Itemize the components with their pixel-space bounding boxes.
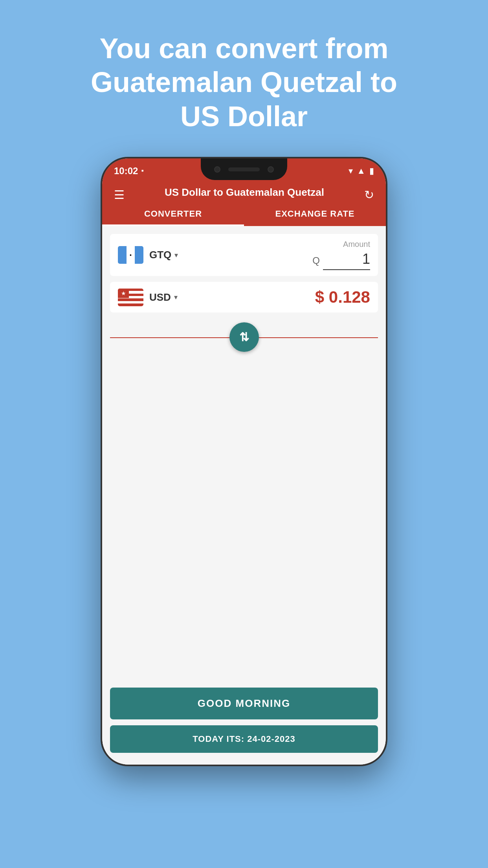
tab-bar: CONVERTER EXCHANGE RATE bbox=[102, 202, 386, 226]
speaker bbox=[228, 167, 260, 171]
header-title: US Dollar to Guatemalan Quetzal bbox=[125, 186, 364, 199]
amount-section: Amount Q 1 bbox=[312, 240, 370, 270]
time-label: 10:02 bbox=[114, 166, 138, 177]
usd-star: ★ bbox=[121, 290, 126, 296]
amount-label: Amount bbox=[343, 240, 370, 249]
gtq-right-stripe bbox=[135, 246, 143, 264]
phone-screen: 10:02 ▪ ▾ ▲ ▮ ☰ US Dollar to Guatemalan … bbox=[102, 158, 386, 765]
volume-down-button bbox=[386, 324, 387, 355]
status-icons: ▾ ▲ ▮ bbox=[349, 166, 374, 176]
battery-icon: ▮ bbox=[369, 166, 374, 176]
usd-flag: ★ bbox=[118, 289, 143, 306]
greeting-button[interactable]: GOOD MORNING bbox=[110, 688, 378, 719]
converter-area: • GTQ ▾ Amount Q 1 bbox=[102, 226, 386, 680]
gtq-flag: • bbox=[118, 246, 143, 264]
spacer bbox=[110, 356, 378, 672]
tab-converter[interactable]: CONVERTER bbox=[102, 202, 244, 226]
result-value: $ 0.128 bbox=[315, 288, 370, 307]
signal-icon: ▲ bbox=[357, 166, 365, 176]
bottom-buttons: GOOD MORNING TODAY ITS: 24-02-2023 bbox=[102, 680, 386, 765]
amount-row: Q 1 bbox=[312, 251, 370, 270]
wifi-icon: ▾ bbox=[349, 166, 353, 176]
phone-shell: 10:02 ▪ ▾ ▲ ▮ ☰ US Dollar to Guatemalan … bbox=[101, 157, 387, 766]
refresh-button[interactable]: ↻ bbox=[364, 188, 374, 202]
tab-exchange-rate[interactable]: EXCHANGE RATE bbox=[244, 202, 386, 226]
menu-button[interactable]: ☰ bbox=[114, 188, 125, 202]
from-dropdown-arrow[interactable]: ▾ bbox=[174, 251, 178, 259]
front-sensor bbox=[268, 166, 274, 173]
to-currency-code: USD bbox=[149, 291, 171, 303]
amount-prefix: Q bbox=[312, 255, 320, 266]
amount-input[interactable]: 1 bbox=[323, 251, 370, 270]
usd-canton: ★ bbox=[118, 289, 129, 298]
to-currency-row: ★ USD ▾ $ 0.128 bbox=[110, 282, 378, 313]
to-dropdown-arrow[interactable]: ▾ bbox=[174, 293, 178, 302]
gtq-left-stripe bbox=[118, 246, 127, 264]
date-button[interactable]: TODAY ITS: 24-02-2023 bbox=[110, 725, 378, 753]
status-time: 10:02 ▪ bbox=[114, 166, 144, 177]
from-currency-code: GTQ bbox=[149, 249, 171, 261]
front-camera bbox=[214, 166, 220, 173]
hero-text: You can convert from Guatemalan Quetzal … bbox=[67, 31, 421, 133]
swap-button[interactable]: ⇅ bbox=[229, 322, 259, 352]
from-currency-row: • GTQ ▾ Amount Q 1 bbox=[110, 234, 378, 276]
sim-icon: ▪ bbox=[141, 167, 143, 175]
notch bbox=[201, 158, 287, 180]
volume-up-button bbox=[386, 276, 387, 308]
swap-area: ⇅ bbox=[110, 322, 378, 352]
gtq-middle-stripe: • bbox=[127, 246, 135, 264]
app-header: ☰ US Dollar to Guatemalan Quetzal ↻ bbox=[102, 180, 386, 202]
swap-icon: ⇅ bbox=[239, 330, 249, 344]
